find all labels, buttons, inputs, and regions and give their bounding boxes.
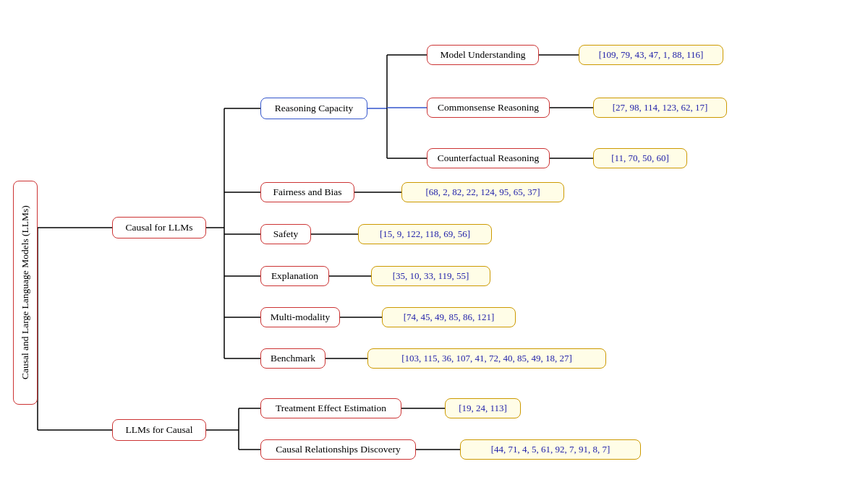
causal-discovery-node: Causal Relationships Discovery xyxy=(260,439,416,460)
ref-commonsense: [27, 98, 114, 123, 62, 17] xyxy=(593,98,727,118)
ref-safety: [15, 9, 122, 118, 69, 56] xyxy=(358,224,492,244)
counterfactual-reasoning-node: Counterfactual Reasoning xyxy=(427,148,550,168)
ref-counterfactual: [11, 70, 50, 60] xyxy=(593,148,687,168)
ref-fairness: [68, 2, 82, 22, 124, 95, 65, 37] xyxy=(401,182,564,202)
explanation-node: Explanation xyxy=(260,266,329,286)
ref-treatment: [19, 24, 113] xyxy=(445,398,521,418)
diagram: Causal and Large Language Models (LLMs) … xyxy=(0,0,868,490)
ref-multi-modality: [74, 45, 49, 85, 86, 121] xyxy=(382,307,516,327)
fairness-bias-node: Fairness and Bias xyxy=(260,182,354,202)
commonsense-reasoning-node: Commonsense Reasoning xyxy=(427,98,550,118)
ref-benchmark: [103, 115, 36, 107, 41, 72, 40, 85, 49, … xyxy=(367,348,606,369)
treatment-effect-node: Treatment Effect Estimation xyxy=(260,398,401,418)
ref-causal-discovery: [44, 71, 4, 5, 61, 92, 7, 91, 8, 7] xyxy=(460,439,641,460)
root-node: Causal and Large Language Models (LLMs) xyxy=(13,181,38,405)
ref-model-understanding: [109, 79, 43, 47, 1, 88, 116] xyxy=(579,45,723,65)
llms-for-causal-node: LLMs for Causal xyxy=(112,419,206,441)
multi-modality-node: Multi-modality xyxy=(260,307,340,327)
connector-lines xyxy=(0,0,868,490)
benchmark-node: Benchmark xyxy=(260,348,326,369)
causal-for-llms-node: Causal for LLMs xyxy=(112,217,206,238)
model-understanding-node: Model Understanding xyxy=(427,45,539,65)
safety-node: Safety xyxy=(260,224,311,244)
ref-explanation: [35, 10, 33, 119, 55] xyxy=(371,266,490,286)
reasoning-capacity-node: Reasoning Capacity xyxy=(260,98,367,119)
